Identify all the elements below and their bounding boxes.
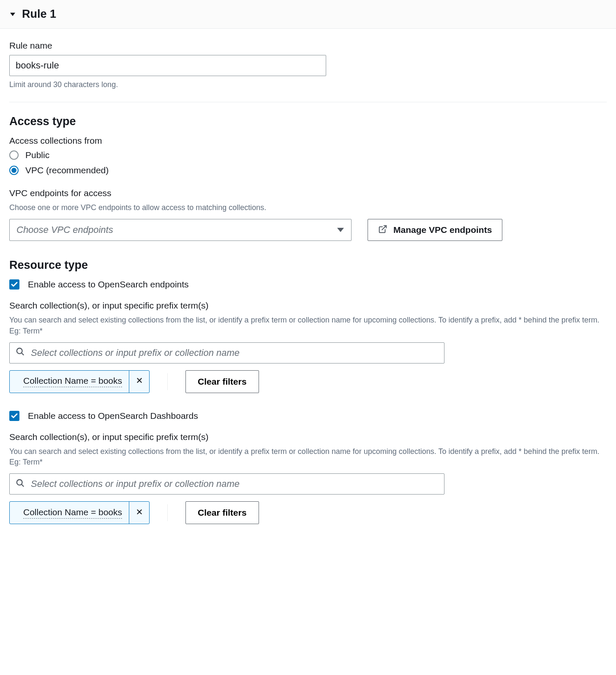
rule-name-label: Rule name bbox=[9, 41, 607, 51]
search-icon bbox=[16, 347, 25, 358]
filter-token-text-2: Collection Name = books bbox=[23, 507, 122, 519]
resource-type-title: Resource type bbox=[9, 259, 607, 272]
enable-dashboards-checkbox[interactable]: Enable access to OpenSearch Dashboards bbox=[9, 411, 607, 421]
radio-vpc-label: VPC (recommended) bbox=[25, 165, 109, 175]
access-type-title: Access type bbox=[9, 115, 607, 128]
vpc-endpoints-description: Choose one or more VPC endpoints to allo… bbox=[9, 202, 607, 213]
rule-name-section: Rule name Limit around 30 characters lon… bbox=[9, 41, 607, 90]
filter-token-1: Collection Name = books bbox=[9, 370, 150, 393]
vpc-endpoints-placeholder: Choose VPC endpoints bbox=[16, 224, 337, 235]
svg-point-1 bbox=[17, 348, 22, 354]
radio-public-label: Public bbox=[25, 150, 49, 160]
search-collections-input-1[interactable]: Select collections or input prefix or co… bbox=[9, 342, 444, 363]
vpc-endpoints-label: VPC endpoints for access bbox=[9, 188, 607, 198]
vertical-divider bbox=[167, 504, 168, 521]
checkbox-checked-icon bbox=[9, 279, 19, 290]
filter-token-2: Collection Name = books bbox=[9, 501, 150, 524]
vpc-endpoints-select[interactable]: Choose VPC endpoints bbox=[9, 219, 352, 241]
radio-public[interactable]: Public bbox=[9, 150, 607, 160]
manage-vpc-label: Manage VPC endpoints bbox=[393, 225, 492, 235]
checkbox-checked-icon bbox=[9, 411, 19, 421]
svg-line-0 bbox=[382, 226, 386, 230]
divider bbox=[9, 102, 607, 102]
clear-filters-button-1[interactable]: Clear filters bbox=[185, 370, 259, 393]
search-collections-description-2: You can search and select existing colle… bbox=[9, 446, 607, 467]
manage-vpc-endpoints-button[interactable]: Manage VPC endpoints bbox=[368, 219, 502, 241]
radio-icon-selected bbox=[9, 166, 19, 175]
radio-icon bbox=[9, 150, 19, 160]
search-icon bbox=[16, 478, 25, 490]
rule-name-helper: Limit around 30 characters long. bbox=[9, 79, 607, 90]
filter-token-dismiss-2[interactable] bbox=[129, 502, 149, 524]
search-placeholder-2: Select collections or input prefix or co… bbox=[31, 478, 240, 489]
vertical-divider bbox=[167, 373, 168, 390]
clear-filters-button-2[interactable]: Clear filters bbox=[185, 501, 259, 524]
enable-endpoints-label: Enable access to OpenSearch endpoints bbox=[28, 279, 189, 290]
chevron-down-icon bbox=[337, 227, 344, 233]
close-icon bbox=[136, 377, 143, 386]
access-from-label: Access collections from bbox=[9, 136, 607, 146]
enable-endpoints-checkbox[interactable]: Enable access to OpenSearch endpoints bbox=[9, 279, 607, 290]
rule-name-input[interactable] bbox=[9, 55, 326, 76]
close-icon bbox=[136, 508, 143, 518]
enable-dashboards-label: Enable access to OpenSearch Dashboards bbox=[28, 411, 198, 421]
search-collections-label-2: Search collection(s), or input specific … bbox=[9, 432, 607, 442]
rule-title: Rule 1 bbox=[22, 8, 56, 21]
svg-line-2 bbox=[22, 353, 24, 355]
caret-down-icon bbox=[9, 11, 16, 18]
svg-point-5 bbox=[17, 479, 22, 485]
svg-line-6 bbox=[22, 484, 24, 486]
search-placeholder-1: Select collections or input prefix or co… bbox=[31, 347, 240, 358]
search-collections-input-2[interactable]: Select collections or input prefix or co… bbox=[9, 473, 444, 495]
filter-token-text-1: Collection Name = books bbox=[23, 376, 122, 387]
search-collections-description-1: You can search and select existing colle… bbox=[9, 315, 607, 336]
external-link-icon bbox=[378, 224, 387, 236]
radio-vpc[interactable]: VPC (recommended) bbox=[9, 165, 607, 175]
filter-token-dismiss-1[interactable] bbox=[129, 371, 149, 393]
search-collections-label-1: Search collection(s), or input specific … bbox=[9, 301, 607, 311]
rule-header[interactable]: Rule 1 bbox=[0, 0, 616, 29]
